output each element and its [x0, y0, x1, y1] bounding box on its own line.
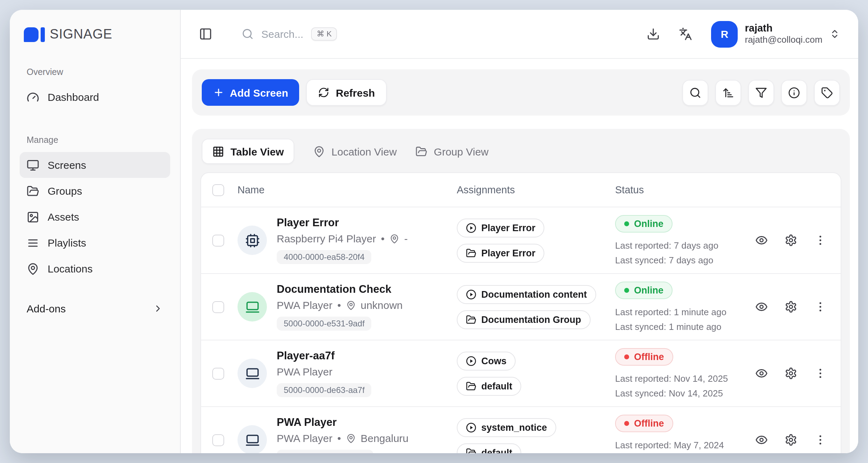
- plus-icon: [213, 87, 224, 98]
- status-badge: Offline: [615, 348, 673, 366]
- table-row: PWA Player PWA Player • Bengaluru 5000-0…: [201, 407, 841, 453]
- playlist-pill[interactable]: Documentation content: [457, 285, 596, 304]
- playlist-pill[interactable]: Cows: [457, 351, 516, 370]
- device-type: Raspberry Pi4 Player: [277, 233, 376, 244]
- sidebar-item-addons[interactable]: Add-ons: [27, 303, 163, 315]
- sidebar-item-locations[interactable]: Locations: [20, 256, 170, 282]
- sidebar-item-label: Locations: [48, 263, 92, 275]
- row-checkbox[interactable]: [212, 234, 224, 246]
- table-header-row: Name Assignments Status: [201, 173, 841, 207]
- group-pill[interactable]: Player Error: [457, 243, 545, 262]
- sidebar-item-screens[interactable]: Screens: [20, 152, 170, 178]
- search-shortcut-badge: ⌘ K: [311, 27, 337, 41]
- eye-icon: [755, 367, 768, 380]
- settings-button[interactable]: [785, 300, 797, 313]
- row-checkbox[interactable]: [212, 301, 224, 313]
- settings-button[interactable]: [785, 434, 797, 446]
- filter-icon: [755, 87, 767, 98]
- screen-name: PWA Player: [277, 416, 337, 429]
- settings-button[interactable]: [785, 234, 797, 247]
- refresh-button[interactable]: Refresh: [306, 79, 387, 106]
- screen-location: unknown: [360, 299, 402, 311]
- screen-id-badge: 5000-0000-e531-9adf: [277, 317, 372, 331]
- last-synced-text: Last synced: 7 days ago: [615, 255, 713, 265]
- filter-button[interactable]: [748, 80, 774, 105]
- map-pin-icon: [27, 262, 39, 275]
- row-menu-button[interactable]: [814, 367, 827, 380]
- sidebar-item-dashboard[interactable]: Dashboard: [20, 84, 170, 110]
- row-location-part: • unknown: [337, 299, 403, 311]
- image-icon: [27, 210, 39, 223]
- screen-id-badge: 4000-0000-ea58-20f4: [277, 250, 372, 264]
- sort-button[interactable]: [715, 80, 741, 105]
- map-pin-icon: [346, 433, 356, 443]
- sidebar-section-manage: Manage: [27, 135, 163, 145]
- play-circle-icon: [466, 422, 476, 433]
- row-location-part: • -: [381, 233, 408, 244]
- laptop-icon: [245, 299, 260, 314]
- language-button[interactable]: [679, 27, 693, 41]
- screen-id-badge: 5000-0000-5330-732c: [277, 450, 373, 453]
- group-pill[interactable]: Documentation Group: [457, 310, 590, 329]
- screen-name: Player Error: [277, 216, 339, 229]
- kebab-menu-icon: [814, 234, 827, 247]
- screen-subtitle: PWA Player • Bengaluru: [277, 432, 408, 444]
- row-checkbox[interactable]: [212, 434, 224, 446]
- tag-button[interactable]: [814, 80, 840, 105]
- tab-group-view[interactable]: Group View: [416, 145, 489, 157]
- tab-location-view[interactable]: Location View: [313, 145, 397, 157]
- search-placeholder: Search...: [261, 28, 303, 40]
- screen-type-icon-circle: [237, 292, 267, 322]
- sidebar-item-label: Assets: [48, 211, 79, 223]
- info-button[interactable]: [781, 80, 807, 105]
- row-menu-button[interactable]: [814, 300, 827, 313]
- playlist-pill[interactable]: Player Error: [457, 218, 545, 237]
- settings-button[interactable]: [785, 367, 797, 380]
- gear-icon: [785, 367, 797, 380]
- sidebar-item-groups[interactable]: Groups: [20, 178, 170, 204]
- map-pin-icon: [313, 145, 325, 157]
- search-input[interactable]: Search... ⌘ K: [242, 27, 337, 41]
- column-header-name: Name: [237, 184, 457, 195]
- add-screen-button[interactable]: Add Screen: [202, 79, 299, 106]
- download-button[interactable]: [647, 27, 660, 41]
- search-icon: [242, 28, 254, 40]
- table-search-button[interactable]: [682, 80, 708, 105]
- folder-open-icon: [27, 185, 39, 197]
- folder-open-icon: [416, 145, 428, 157]
- last-reported-text: Last reported: 1 minute ago: [615, 307, 726, 317]
- sidebar-item-assets[interactable]: Assets: [20, 204, 170, 230]
- gauge-icon: [27, 91, 39, 103]
- view-tabs: Table View Location View Group View: [200, 137, 841, 172]
- preview-button[interactable]: [755, 367, 768, 380]
- last-reported-text: Last reported: Nov 14, 2025: [615, 373, 728, 384]
- screen-subtitle: PWA Player • unknown: [277, 299, 403, 311]
- screen-name: Player-aa7f: [277, 350, 335, 362]
- sidebar-toggle-button[interactable]: [199, 27, 212, 41]
- tab-table-view[interactable]: Table View: [202, 139, 294, 164]
- user-menu[interactable]: R rajath rajath@colloqi.com: [711, 21, 840, 47]
- sidebar-item-playlists[interactable]: Playlists: [20, 230, 170, 256]
- playlist-pill[interactable]: system_notice: [457, 418, 556, 437]
- sidebar-item-label: Screens: [48, 159, 86, 171]
- play-circle-icon: [466, 355, 476, 366]
- screens-table: Name Assignments Status Player Error Ras…: [200, 172, 841, 453]
- group-pill[interactable]: default: [457, 443, 522, 453]
- panel-left-icon: [199, 27, 212, 41]
- preview-button[interactable]: [755, 234, 768, 247]
- sidebar-item-label: Dashboard: [48, 91, 99, 103]
- kebab-menu-icon: [814, 367, 827, 380]
- preview-button[interactable]: [755, 300, 768, 313]
- preview-button[interactable]: [755, 434, 768, 446]
- user-name: rajath: [745, 21, 823, 35]
- status-dot: [624, 421, 629, 426]
- row-menu-button[interactable]: [814, 234, 827, 247]
- play-circle-icon: [466, 222, 476, 233]
- cpu-icon: [245, 233, 260, 248]
- row-checkbox[interactable]: [212, 367, 224, 379]
- row-menu-button[interactable]: [814, 434, 827, 446]
- download-icon: [647, 27, 660, 41]
- group-pill[interactable]: default: [457, 376, 522, 395]
- select-all-checkbox[interactable]: [212, 184, 224, 196]
- user-email: rajath@colloqi.com: [745, 35, 823, 47]
